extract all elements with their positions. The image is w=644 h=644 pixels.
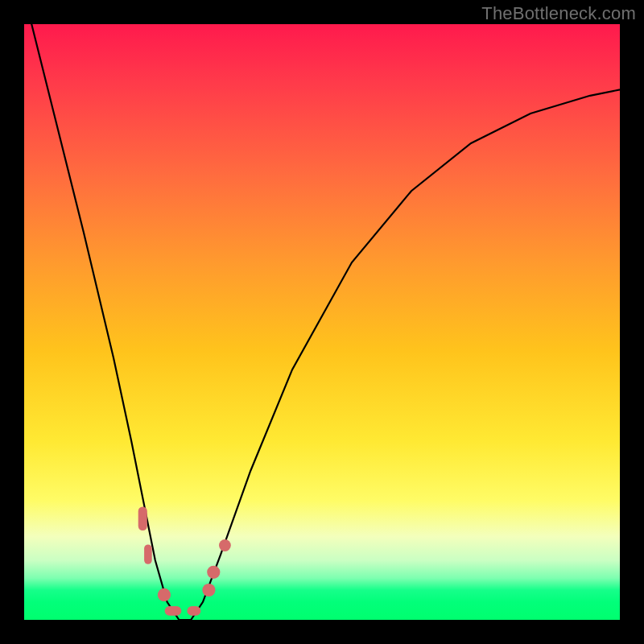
watermark-text: TheBottleneck.com: [481, 3, 636, 24]
chart-plot-area: [24, 24, 620, 620]
marker-dot: [207, 566, 220, 579]
marker-dot: [158, 588, 171, 601]
marker-dot: [219, 539, 231, 551]
curve-markers: [138, 506, 231, 615]
marker-pill: [138, 506, 147, 530]
marker-pill: [144, 544, 152, 564]
marker-pill: [165, 606, 182, 616]
marker-pill: [187, 606, 200, 616]
chart-svg: [24, 24, 620, 620]
marker-dot: [202, 584, 215, 597]
bottleneck-curve: [24, 0, 620, 620]
